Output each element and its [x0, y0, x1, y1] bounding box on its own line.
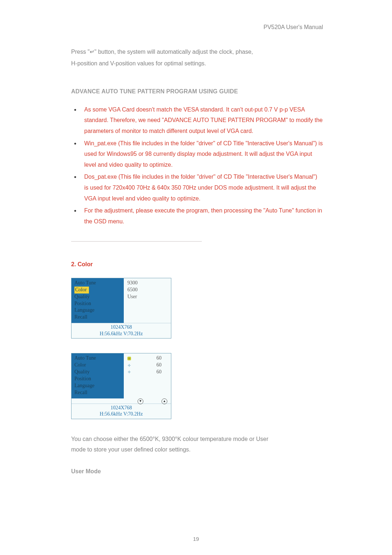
osd-item-auto-tune: Auto Tune — [74, 355, 122, 362]
divider — [71, 241, 202, 242]
osd-item-language: Language — [74, 382, 122, 389]
osd-option: 9300 — [127, 280, 169, 287]
advance-guide-list: As some VGA Card doesn't match the VESA … — [69, 104, 323, 227]
osd-frequency: H:56.6kHz V:70.2Hz — [72, 411, 171, 417]
osd-item-recall: Recall — [74, 314, 122, 321]
osd-item-auto-tune: Auto Tune — [74, 280, 122, 287]
intro-text: " button, the system will automatically … — [94, 49, 253, 55]
outro-paragraph: You can choose either the 6500°K, 9300°K… — [71, 434, 323, 455]
svg-point-0 — [128, 358, 130, 359]
osd-item-language: Language — [74, 307, 122, 314]
osd-slider-row: 60 — [127, 362, 169, 369]
osd-resolution: 1024X768 — [72, 405, 171, 411]
osd-menu-user-color: Auto Tune Color Quality Position Languag… — [71, 353, 171, 419]
osd-right-sliders: 60 60 60 — [124, 353, 171, 398]
arrow-up-icon: ▲ — [162, 398, 167, 404]
document-page: PV520A User's Manual Press "↵" button, t… — [0, 0, 392, 555]
sun-icon — [127, 364, 131, 367]
osd-item-position: Position — [74, 376, 122, 382]
header-title: PV520A User's Manual — [264, 22, 323, 33]
page-number: 19 — [0, 534, 392, 544]
list-item: Win_pat.exe (This file includes in the f… — [69, 138, 323, 170]
list-item: Dos_pat.exe (This file includes in the f… — [69, 171, 323, 204]
advance-guide-heading: ADVANCE AUTO TUNE PATTERN PROGRAM USING … — [71, 86, 323, 97]
osd-left-menu: Auto Tune Color Quality Position Languag… — [72, 353, 124, 398]
osd-slider-value: 60 — [156, 355, 162, 362]
osd-slider-row: 60 — [127, 355, 169, 362]
outro-text: mode to store your user defined color se… — [71, 444, 323, 455]
osd-item-position: Position — [74, 300, 122, 307]
section-2-color-heading: 2. Color — [71, 259, 323, 270]
osd-slider-value: 60 — [156, 362, 162, 369]
osd-menu-color-options: Auto Tune Color Quality Position Languag… — [71, 278, 171, 339]
list-item: As some VGA Card doesn't match the VESA … — [69, 104, 323, 137]
arrow-down-icon: ▼ — [138, 398, 143, 404]
osd-footer: 1024X768 H:56.6kHz V:70.2Hz — [72, 323, 171, 338]
osd-slider-row: 60 — [127, 369, 169, 376]
osd-footer: 1024X768 H:56.6kHz V:70.2Hz — [72, 404, 171, 419]
user-mode-heading: User Mode — [71, 466, 323, 477]
osd-right-options: 9300 6500 User — [124, 278, 171, 323]
osd-nav-row: ▼ ▲ — [72, 398, 171, 404]
svg-point-5 — [128, 365, 130, 366]
osd-item-recall: Recall — [74, 389, 122, 396]
osd-left-menu: Auto Tune Color Quality Position Languag… — [72, 278, 124, 323]
intro-text: H-position and V-position values for opt… — [71, 58, 323, 69]
osd-item-color: Color — [74, 362, 122, 369]
sun-icon — [127, 357, 131, 360]
osd-item-quality: Quality — [74, 293, 122, 300]
osd-option: User — [127, 293, 169, 300]
osd-item-color: Color — [74, 287, 122, 293]
intro-text: Press " — [71, 49, 90, 55]
enter-icon: ↵ — [90, 49, 94, 55]
osd-frequency: H:56.6kHz V:70.2Hz — [72, 331, 171, 337]
intro-paragraph: Press "↵" button, the system will automa… — [69, 46, 323, 69]
osd-resolution: 1024X768 — [72, 324, 171, 331]
osd-item-quality: Quality — [74, 369, 122, 376]
sun-icon — [127, 370, 131, 374]
list-item: For the adjustment, please execute the p… — [69, 205, 323, 227]
outro-text: You can choose either the 6500°K, 9300°K… — [71, 434, 323, 445]
osd-option: 6500 — [127, 287, 169, 293]
osd-slider-value: 60 — [156, 369, 162, 376]
svg-point-10 — [128, 372, 130, 373]
